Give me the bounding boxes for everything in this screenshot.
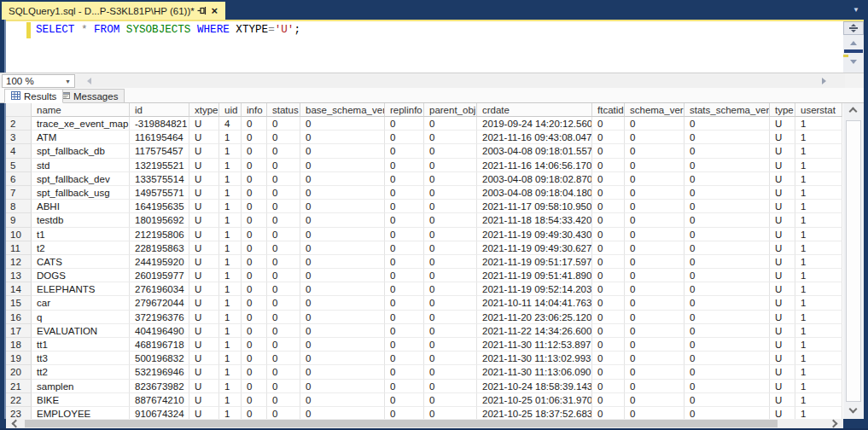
cell[interactable]: 0: [625, 117, 684, 131]
cell[interactable]: 0: [267, 352, 300, 365]
cell[interactable]: 1: [219, 186, 242, 200]
cell[interactable]: 0: [625, 311, 684, 324]
cell[interactable]: 910674324: [130, 407, 189, 419]
scroll-right-arrow-icon[interactable]: [822, 78, 826, 84]
cell[interactable]: 2021-11-16 14:06:56.170: [477, 159, 592, 172]
cell[interactable]: 0: [684, 311, 770, 324]
cell[interactable]: 0: [242, 407, 267, 419]
cell[interactable]: 2021-11-19 09:49:30.430: [477, 228, 592, 241]
cell[interactable]: 0: [625, 296, 684, 310]
cell[interactable]: 372196376: [130, 311, 189, 324]
cell[interactable]: U: [189, 144, 219, 158]
cell[interactable]: 0: [424, 200, 477, 213]
cell[interactable]: 2003-04-08 09:18:01.557: [477, 144, 592, 158]
cell[interactable]: 2021-11-16 09:43:08.047: [477, 131, 592, 144]
column-header[interactable]: userstat: [795, 103, 842, 117]
cell[interactable]: U: [770, 365, 795, 379]
cell[interactable]: 0: [684, 241, 770, 255]
cell[interactable]: 0: [300, 324, 385, 338]
cell[interactable]: 404196490: [130, 324, 189, 338]
cell[interactable]: 0: [625, 213, 684, 227]
column-header[interactable]: replinfo: [385, 103, 424, 117]
row-header[interactable]: 11: [6, 241, 32, 255]
cell[interactable]: 1: [219, 172, 242, 186]
cell[interactable]: 0: [592, 131, 625, 144]
cell[interactable]: 823673982: [130, 380, 189, 393]
cell[interactable]: U: [189, 200, 219, 213]
row-header[interactable]: 23: [6, 407, 32, 419]
cell[interactable]: 0: [592, 228, 625, 241]
cell[interactable]: 1: [219, 241, 242, 255]
cell[interactable]: 132195521: [130, 159, 189, 172]
cell[interactable]: trace_xe_event_map: [32, 117, 130, 131]
cell[interactable]: 887674210: [130, 393, 189, 407]
cell[interactable]: 0: [267, 407, 300, 419]
row-header[interactable]: 19: [6, 352, 32, 365]
grid-scrollbar-thumb[interactable]: [846, 120, 861, 402]
document-tab[interactable]: SQLQuery1.sql - D...P-S3KL81P\HP (61))* …: [2, 2, 225, 20]
cell[interactable]: 0: [592, 380, 625, 393]
cell[interactable]: 0: [300, 282, 385, 296]
cell[interactable]: U: [770, 255, 795, 269]
cell[interactable]: 1: [219, 282, 242, 296]
cell[interactable]: 0: [267, 296, 300, 310]
cell[interactable]: 0: [385, 241, 424, 255]
cell[interactable]: 0: [385, 186, 424, 200]
cell[interactable]: U: [770, 200, 795, 213]
cell[interactable]: tt2: [32, 365, 130, 379]
cell[interactable]: 1: [219, 352, 242, 365]
editor-vertical-scrollbar[interactable]: [843, 21, 864, 73]
cell[interactable]: 0: [242, 282, 267, 296]
cell[interactable]: 0: [684, 213, 770, 227]
cell[interactable]: U: [770, 186, 795, 200]
cell[interactable]: 0: [300, 241, 385, 255]
column-header[interactable]: uid: [219, 103, 242, 117]
cell[interactable]: 0: [684, 282, 770, 296]
cell[interactable]: 0: [242, 228, 267, 241]
cell[interactable]: 244195920: [130, 255, 189, 269]
cell[interactable]: 0: [592, 186, 625, 200]
cell[interactable]: 0: [267, 172, 300, 186]
cell[interactable]: 0: [592, 255, 625, 269]
cell[interactable]: 0: [424, 255, 477, 269]
cell[interactable]: 4: [219, 117, 242, 131]
cell[interactable]: 0: [424, 393, 477, 407]
cell[interactable]: 0: [684, 393, 770, 407]
cell[interactable]: 149575571: [130, 186, 189, 200]
cell[interactable]: 0: [625, 393, 684, 407]
cell[interactable]: 116195464: [130, 131, 189, 144]
cell[interactable]: U: [189, 213, 219, 227]
cell[interactable]: DOGS: [32, 269, 130, 282]
cell[interactable]: 532196946: [130, 365, 189, 379]
cell[interactable]: 0: [592, 324, 625, 338]
cell[interactable]: 0: [300, 365, 385, 379]
cell[interactable]: 0: [684, 144, 770, 158]
cell[interactable]: 0: [267, 131, 300, 144]
cell[interactable]: 0: [267, 117, 300, 131]
cell[interactable]: 0: [267, 200, 300, 213]
cell[interactable]: 0: [300, 131, 385, 144]
cell[interactable]: 228195863: [130, 241, 189, 255]
cell[interactable]: 0: [625, 352, 684, 365]
cell[interactable]: 0: [300, 407, 385, 419]
cell[interactable]: 0: [267, 213, 300, 227]
cell[interactable]: 276196034: [130, 282, 189, 296]
cell[interactable]: 0: [592, 269, 625, 282]
cell[interactable]: 2021-11-19 09:52:14.203: [477, 282, 592, 296]
cell[interactable]: 0: [300, 255, 385, 269]
cell[interactable]: 1: [795, 117, 842, 131]
scroll-up-arrow-icon[interactable]: [850, 41, 857, 45]
cell[interactable]: 0: [684, 380, 770, 393]
cell[interactable]: 0: [424, 241, 477, 255]
cell[interactable]: 1: [795, 380, 842, 393]
cell[interactable]: 0: [385, 296, 424, 310]
splitter-handle[interactable]: [843, 21, 864, 35]
cell[interactable]: 164195635: [130, 200, 189, 213]
column-header[interactable]: schema_ver: [625, 103, 684, 117]
cell[interactable]: 0: [242, 338, 267, 352]
cell[interactable]: U: [189, 269, 219, 282]
cell[interactable]: 468196718: [130, 338, 189, 352]
cell[interactable]: 0: [300, 311, 385, 324]
row-header[interactable]: 5: [6, 159, 32, 172]
column-header[interactable]: status: [267, 103, 300, 117]
